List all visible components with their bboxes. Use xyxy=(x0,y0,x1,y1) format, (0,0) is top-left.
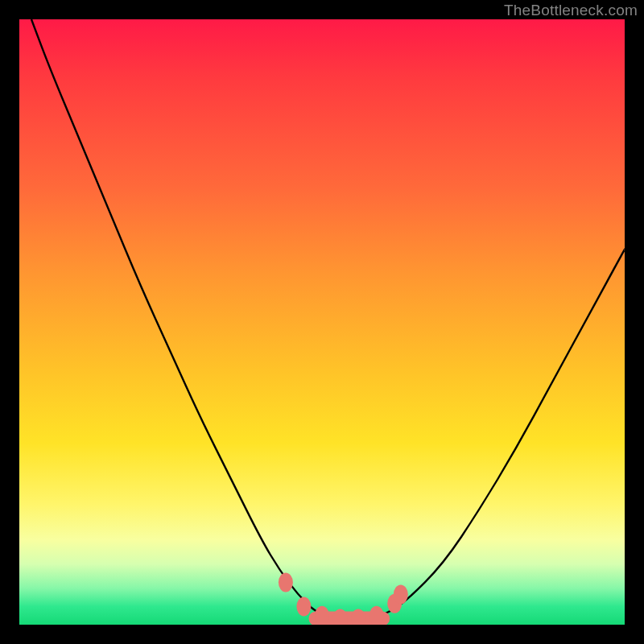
svg-point-5 xyxy=(369,606,384,625)
chart-frame: TheBottleneck.com xyxy=(0,0,644,644)
svg-point-2 xyxy=(315,606,329,625)
svg-point-7 xyxy=(394,584,408,604)
plot-area xyxy=(19,19,625,625)
svg-point-0 xyxy=(279,572,293,592)
highlight-markers xyxy=(19,19,625,625)
watermark-text: TheBottleneck.com xyxy=(504,2,638,19)
svg-point-3 xyxy=(333,609,348,625)
svg-point-1 xyxy=(296,597,311,616)
svg-point-4 xyxy=(351,609,365,625)
